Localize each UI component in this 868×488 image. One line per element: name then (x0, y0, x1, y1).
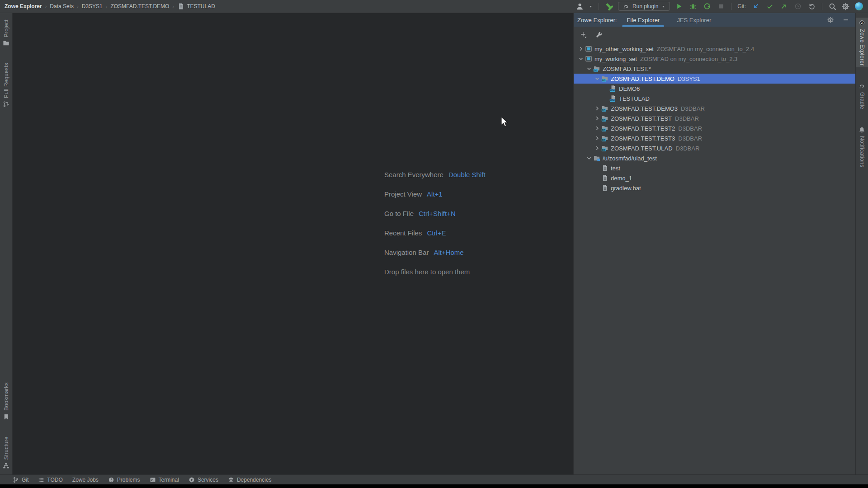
uss-file-icon (601, 174, 609, 182)
svg-text:MEM: MEM (610, 99, 615, 102)
drop-files-hint: Drop files here to open them (384, 267, 486, 277)
tree-expander[interactable] (594, 125, 601, 132)
tree-expander[interactable] (585, 155, 593, 162)
run-configuration-label: Run plugin (632, 3, 658, 9)
tool-window-options-button[interactable] (826, 16, 835, 24)
tree-row[interactable]: test (574, 163, 855, 173)
tree-node-suffix: D3DBAR (678, 135, 702, 142)
working-set-icon (585, 55, 592, 62)
git-commit-button[interactable] (765, 2, 774, 11)
edit-settings-button[interactable] (594, 31, 603, 39)
tree-row[interactable]: DSZOSMFAD.TEST.* (574, 64, 855, 74)
tree-expander[interactable] (594, 115, 601, 122)
tree-row[interactable]: gradlew.bat (574, 183, 855, 193)
tool-stripe-label: Notifications (859, 136, 865, 167)
problems-icon (108, 477, 114, 483)
user-avatar[interactable] (854, 2, 863, 11)
tool-stripe-button-gradle[interactable]: Gradle (856, 81, 868, 111)
tree-row[interactable]: my_other_working_setZOSMFAD on my_connec… (574, 44, 855, 54)
dataset-icon: DS (593, 65, 600, 72)
tool-stripe-button-zowe-explorer[interactable]: ZZowe Explorer (856, 18, 868, 67)
breadcrumb-item[interactable]: D3SYS1 (82, 3, 103, 9)
shortcut-action-label: Project View (384, 189, 422, 199)
tree-node-label: gradlew.bat (611, 185, 641, 192)
tool-stripe-label: Bookmarks (3, 382, 9, 411)
tree-row[interactable]: DSZOSMFAD.TEST.TEST3D3DBAR (574, 133, 855, 143)
profiler-button[interactable] (703, 2, 711, 11)
tree-expander[interactable] (594, 105, 601, 112)
tree-row[interactable]: MEMTESTULAD (574, 94, 855, 103)
structure-icon (3, 462, 9, 469)
active-tab-underline (622, 25, 664, 27)
tool-stripe-button-pull-requests[interactable]: Pull Requests (0, 61, 12, 109)
tree-expander[interactable] (585, 65, 593, 72)
svg-text:DS: DS (602, 79, 605, 82)
tree-row[interactable]: my_working_setZOSMFAD on my_connection_t… (574, 54, 855, 64)
add-working-set-button[interactable] (579, 31, 588, 39)
tree-row[interactable]: DSZOSMFAD.TEST.DEMO3D3DBAR (574, 103, 855, 113)
dataset-icon: DS (601, 75, 609, 82)
tree-row[interactable]: /u/zosmfad/ulad_test (574, 153, 855, 163)
shortcut-action-label: Search Everywhere (384, 169, 443, 180)
caret-down-icon (661, 5, 665, 9)
statusbar-item-dependencies[interactable]: Dependencies (228, 477, 272, 483)
dataset-icon: DS (601, 125, 609, 132)
statusbar-item-services[interactable]: Services (189, 477, 218, 483)
dataset-icon: DS (601, 145, 609, 152)
dataset-icon: DS (601, 135, 609, 142)
tab-file-explorer[interactable]: File Explorer (626, 13, 660, 27)
uss-file-icon (601, 164, 609, 172)
tool-stripe-button-bookmarks[interactable]: Bookmarks (0, 380, 12, 422)
tree-row[interactable]: demo_1 (574, 173, 855, 183)
statusbar-item-zowe-jobs[interactable]: Zowe Jobs (72, 477, 99, 483)
statusbar-item-problems[interactable]: Problems (108, 477, 140, 483)
uss-file-icon (601, 164, 609, 172)
user-menu-button[interactable] (576, 2, 584, 11)
tree-expander[interactable] (594, 75, 601, 82)
git-update-button[interactable] (751, 2, 760, 11)
git-push-button[interactable] (779, 2, 788, 11)
tree-node-suffix: D3DBAR (675, 115, 699, 122)
tool-stripe-label: Zowe Explorer (859, 29, 865, 66)
tree-expander[interactable] (577, 45, 585, 52)
statusbar-item-git[interactable]: Git (13, 477, 28, 483)
tab-jes-explorer[interactable]: JES Explorer (676, 13, 712, 27)
tree-row[interactable]: DSZOSMFAD.TEST.DEMOD3SYS1 (574, 74, 855, 84)
breadcrumb-item[interactable]: ZOSMFAD.TEST.DEMO (110, 3, 169, 9)
tree-expander[interactable] (577, 55, 585, 62)
tree-row[interactable]: DSZOSMFAD.TEST.TEST2D3DBAR (574, 123, 855, 133)
breadcrumb-item[interactable]: Data Sets (50, 3, 74, 9)
tree-expander[interactable] (594, 135, 601, 142)
svg-text:DS: DS (594, 69, 597, 72)
shortcut-keys: Alt+1 (427, 189, 443, 199)
tool-stripe-button-project[interactable]: Project (0, 18, 12, 48)
tree-node-label: ZOSMFAD.TEST.TEST2 (611, 125, 675, 132)
tool-stripe-button-structure[interactable]: Structure (0, 435, 12, 471)
search-everywhere-button[interactable] (828, 2, 837, 11)
tab-label: JES Explorer (677, 17, 711, 23)
tree-expander[interactable] (594, 145, 601, 152)
rollback-button[interactable] (807, 2, 816, 11)
statusbar-item-terminal[interactable]: Terminal (150, 477, 179, 483)
debug-button[interactable] (689, 2, 697, 11)
settings-button[interactable] (841, 2, 850, 11)
tree-row[interactable]: MEMDEMO6 (574, 84, 855, 94)
tree-node-suffix: D3DBAR (678, 125, 702, 132)
build-project-button[interactable] (605, 2, 613, 11)
breadcrumb-separator: › (45, 4, 47, 9)
tree-row[interactable]: DSZOSMFAD.TEST.ULADD3DBAR (574, 143, 855, 153)
tool-stripe-button-notifications[interactable]: Notifications (856, 125, 868, 169)
breadcrumb-item[interactable]: Zowe Explorer (5, 3, 42, 9)
hide-tool-window-button[interactable] (841, 16, 850, 24)
statusbar-item-todo[interactable]: TODO (38, 477, 62, 483)
breadcrumb-item[interactable]: TESTULAD (177, 3, 215, 10)
zowe-icon: Z (859, 19, 865, 26)
member-icon: MEM (609, 85, 617, 92)
run-button[interactable] (675, 2, 683, 11)
tree-node-label: test (611, 165, 620, 172)
uss-dir-icon (593, 155, 600, 162)
svg-text:DS: DS (602, 129, 605, 131)
statusbar-item-label: Terminal (159, 477, 179, 483)
run-configuration-select[interactable]: Run plugin (618, 2, 670, 11)
tree-row[interactable]: DSZOSMFAD.TEST.TESTD3DBAR (574, 113, 855, 123)
